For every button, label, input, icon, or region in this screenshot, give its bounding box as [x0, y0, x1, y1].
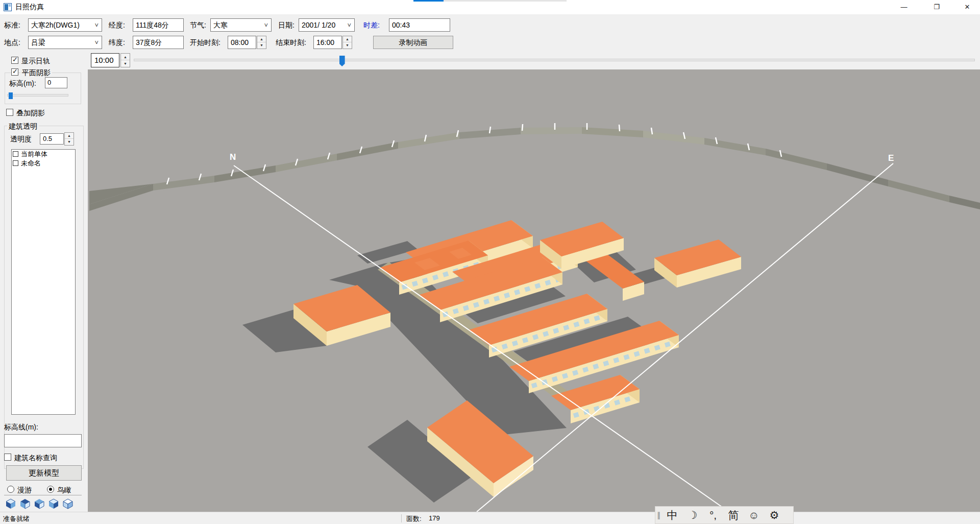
name-query-checkbox[interactable] [4, 454, 11, 461]
face-count-value: 179 [429, 514, 440, 522]
start-time-label: 开始时刻: [190, 38, 220, 47]
ime-settings-gear-icon[interactable]: ⚙ [764, 509, 785, 521]
elevation-slider-handle[interactable] [9, 92, 13, 99]
standard-label: 标准: [4, 21, 20, 30]
elevation-line-label: 标高线(m): [4, 423, 38, 432]
status-separator [401, 514, 402, 522]
ime-chinese-mode-button[interactable]: 中 [662, 508, 682, 522]
north-label: N [230, 152, 236, 162]
transparency-label: 透明度 [10, 135, 32, 144]
standard-combobox[interactable]: 大寒2h(DWG1) [28, 18, 102, 32]
latitude-label: 纬度: [109, 38, 125, 47]
building-list-item[interactable]: 未命名 [12, 159, 75, 168]
update-model-button[interactable]: 更新模型 [6, 465, 82, 481]
viewport-3d[interactable]: N E [88, 69, 980, 512]
show-sun-track-label: 显示日轨 [21, 57, 50, 66]
transparency-input[interactable]: 0.5 [40, 133, 64, 145]
time-diff-label: 时差: [363, 21, 380, 30]
longitude-input[interactable]: 111度48分 [133, 18, 184, 32]
building-item-label: 未命名 [21, 159, 41, 167]
maximize-button[interactable]: ❐ [925, 0, 948, 14]
close-button[interactable]: ✕ [955, 0, 979, 14]
status-ready-text: 准备就绪 [3, 514, 30, 523]
status-bar: 准备就绪 面数: 179 [0, 512, 980, 524]
overlay-shadow-checkbox[interactable] [6, 109, 13, 116]
location-combobox[interactable]: 吕梁 [28, 36, 102, 49]
building-item-label: 当前单体 [21, 150, 47, 158]
elevation-line-input[interactable] [4, 434, 82, 447]
app-icon [4, 3, 12, 11]
roam-radio[interactable] [7, 486, 14, 493]
sidebar: 显示日轨 平面阴影 标高(m): 0 叠加阴影 建筑透明 透明度 0.5 ▲▼ … [0, 51, 88, 512]
time-spinner[interactable]: ▲▼ [120, 53, 130, 67]
elevation-input[interactable]: 0 [45, 77, 67, 88]
end-time-input[interactable]: 16:00 [313, 36, 342, 49]
view-cube-icon-2[interactable] [19, 498, 31, 509]
top-edge-gray-strip [444, 0, 567, 2]
east-label: E [888, 153, 894, 163]
end-time-spinner[interactable]: ▲▼ [342, 36, 352, 49]
birdseye-radio-label: 鸟瞰 [57, 486, 71, 495]
plane-shadow-label: 平面阴影 [20, 68, 52, 78]
elevation-slider[interactable] [7, 94, 68, 97]
minimize-button[interactable]: — [892, 0, 916, 14]
start-time-spinner[interactable]: ▲▼ [257, 36, 266, 49]
time-diff-input[interactable]: 00:43 [389, 18, 450, 32]
time-slider-handle[interactable] [339, 56, 345, 66]
solar-term-label: 节气: [190, 21, 206, 30]
building-transparency-label: 建筑透明 [7, 122, 39, 131]
ime-punctuation-button[interactable]: °, [703, 509, 723, 521]
ime-drag-handle[interactable]: ∥ [657, 511, 662, 520]
birdseye-radio[interactable] [47, 486, 54, 493]
elevation-label: 标高(m): [9, 79, 36, 88]
scene-canvas [88, 69, 980, 512]
ime-softkeyboard-smiley-icon[interactable]: ☺ [744, 509, 764, 521]
building-item-checkbox[interactable] [13, 151, 18, 157]
view-cube-icon-4[interactable] [48, 498, 59, 509]
time-control-row: 10:00 ▲▼ [88, 51, 980, 69]
ime-language-bar[interactable]: ∥ 中 ☽ °, 简 ☺ ⚙ [655, 506, 794, 524]
roam-radio-label: 漫游 [17, 486, 32, 495]
latitude-input[interactable]: 37度8分 [133, 36, 184, 49]
longitude-label: 经度: [109, 21, 125, 30]
view-cube-icon-5[interactable] [62, 498, 74, 509]
icon-row-separator [4, 495, 82, 495]
top-edge-blue-strip [413, 0, 444, 2]
name-query-label: 建筑名称查询 [14, 454, 57, 463]
solar-term-combobox[interactable]: 大寒 [210, 18, 272, 32]
overlay-shadow-label: 叠加阴影 [16, 109, 45, 118]
plane-shadow-checkbox[interactable] [11, 68, 18, 76]
face-count-label: 面数: [406, 514, 422, 523]
building-list-item[interactable]: 当前单体 [12, 150, 75, 159]
view-cube-icon-1[interactable] [5, 498, 16, 509]
window-title: 日照仿真 [15, 3, 44, 12]
building-listbox[interactable]: 当前单体 未命名 [11, 149, 76, 415]
time-slider-track[interactable] [134, 59, 975, 61]
transparency-spinner[interactable]: ▲▼ [64, 132, 74, 146]
time-input[interactable]: 10:00 [91, 53, 119, 67]
date-label: 日期: [278, 21, 295, 30]
view-cube-icon-3[interactable] [34, 498, 45, 509]
building-item-checkbox[interactable] [13, 160, 18, 166]
end-time-label: 结束时刻: [276, 38, 306, 47]
ime-fullwidth-moon-icon[interactable]: ☽ [682, 509, 703, 521]
title-bar: 日照仿真 — ❐ ✕ [0, 0, 980, 14]
record-animation-button[interactable]: 录制动画 [373, 36, 453, 49]
ime-simplified-button[interactable]: 简 [723, 508, 744, 522]
location-label: 地点: [4, 38, 20, 47]
show-sun-track-checkbox[interactable] [11, 57, 18, 64]
start-time-input[interactable]: 08:00 [228, 36, 256, 49]
date-combobox[interactable]: 2001/ 1/20 [299, 18, 355, 32]
